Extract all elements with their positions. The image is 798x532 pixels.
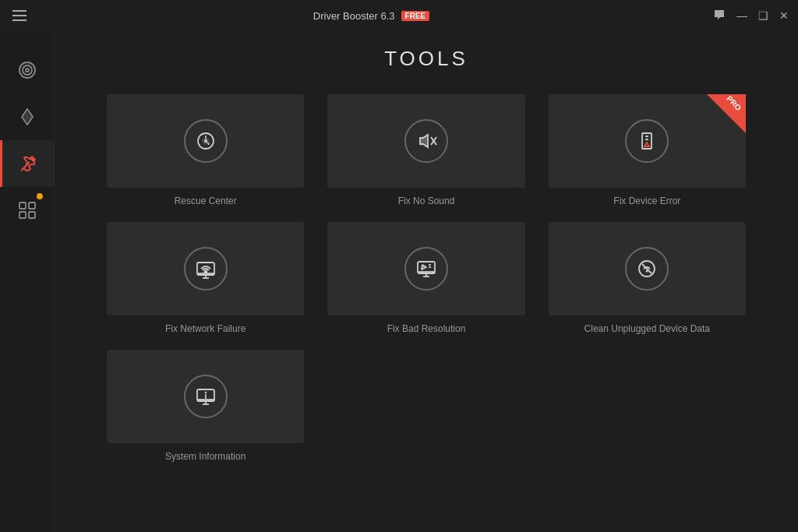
fix-bad-resolution-label: Fix Bad Resolution <box>387 323 466 334</box>
svg-rect-3 <box>19 203 26 209</box>
tool-card-system-information[interactable] <box>107 350 304 443</box>
tool-system-information[interactable]: System Information <box>107 350 304 462</box>
titlebar-left <box>9 7 30 24</box>
tool-card-fix-network-failure[interactable] <box>107 222 304 315</box>
tool-card-rescue-center[interactable] <box>107 94 304 188</box>
main-layout: TOOLS Rescue Center <box>0 31 798 532</box>
fix-device-error-label: Fix Device Error <box>613 196 680 206</box>
fix-network-failure-label: Fix Network Failure <box>165 323 245 334</box>
clean-unplugged-label: Clean Unplugged Device Data <box>584 323 710 334</box>
svg-point-8 <box>204 139 207 143</box>
rescue-center-label: Rescue Center <box>175 196 237 206</box>
svg-point-0 <box>19 62 35 78</box>
tool-card-fix-device-error[interactable]: PRO <box>549 94 746 188</box>
svg-rect-6 <box>29 212 35 218</box>
tool-clean-unplugged[interactable]: Clean Unplugged Device Data <box>549 222 746 334</box>
tools-grid: Rescue Center Fix No Sound <box>107 94 746 462</box>
svg-point-2 <box>26 69 29 72</box>
svg-marker-9 <box>420 135 428 147</box>
apps-badge <box>37 193 43 199</box>
tool-card-fix-no-sound[interactable] <box>327 94 524 188</box>
fix-no-sound-label: Fix No Sound <box>398 196 455 206</box>
sidebar-item-tools[interactable] <box>0 140 54 187</box>
clean-unplugged-icon <box>625 247 669 291</box>
svg-point-28 <box>646 270 648 273</box>
close-button[interactable]: ✕ <box>779 10 789 21</box>
titlebar-right: — ❑ ✕ <box>713 9 789 23</box>
page-title: TOOLS <box>86 47 767 71</box>
fix-no-sound-icon <box>404 119 448 163</box>
fix-bad-resolution-icon <box>404 247 448 291</box>
sidebar-item-apps[interactable] <box>0 187 54 234</box>
tool-fix-no-sound[interactable]: Fix No Sound <box>327 94 524 206</box>
free-badge: FREE <box>401 11 430 21</box>
menu-icon[interactable] <box>9 7 30 24</box>
chat-button[interactable] <box>713 9 726 23</box>
fix-device-error-icon <box>625 119 669 163</box>
system-information-icon <box>184 375 228 418</box>
minimize-button[interactable]: — <box>736 10 747 21</box>
svg-rect-5 <box>19 212 26 218</box>
tool-rescue-center[interactable]: Rescue Center <box>107 94 304 206</box>
tool-card-clean-unplugged[interactable] <box>549 222 746 315</box>
rescue-center-icon <box>184 119 228 163</box>
tool-fix-bad-resolution[interactable]: Fix Bad Resolution <box>327 222 524 334</box>
titlebar-center: Driver Booster 6.3 FREE <box>313 10 429 22</box>
tool-fix-device-error[interactable]: PRO Fix Device Error <box>549 94 746 206</box>
svg-rect-4 <box>29 203 35 209</box>
app-title: Driver Booster 6.3 <box>313 10 395 22</box>
system-information-label: System Information <box>165 451 245 462</box>
tool-card-fix-bad-resolution[interactable] <box>327 222 524 315</box>
tool-fix-network-failure[interactable]: Fix Network Failure <box>107 222 304 334</box>
sidebar-item-boost[interactable] <box>0 93 54 140</box>
fix-network-failure-icon <box>184 247 228 291</box>
sidebar-item-scan[interactable] <box>0 47 54 93</box>
svg-point-1 <box>23 65 32 75</box>
maximize-button[interactable]: ❑ <box>758 10 768 21</box>
content-area: TOOLS Rescue Center <box>55 31 798 532</box>
svg-point-19 <box>204 271 207 273</box>
sidebar <box>0 31 55 532</box>
titlebar: Driver Booster 6.3 FREE — ❑ ✕ <box>0 0 798 31</box>
